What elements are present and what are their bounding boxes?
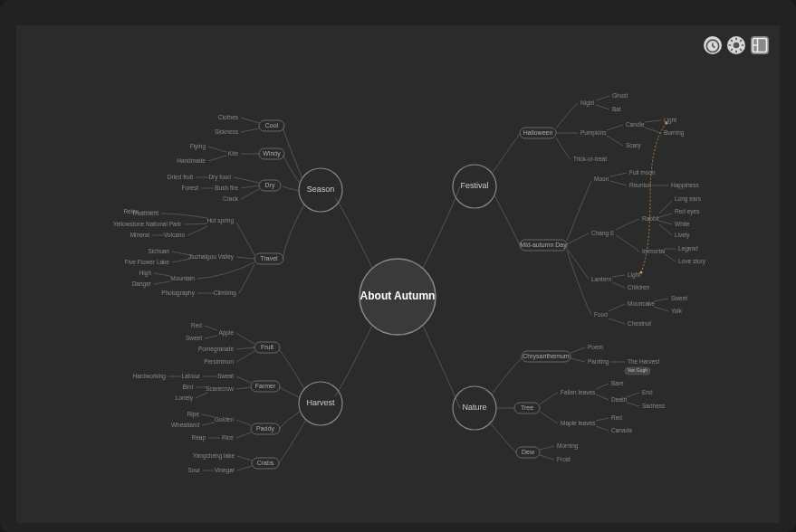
svg-text:Labour: Labour <box>182 373 201 379</box>
svg-text:Jiuzhaigou Valley: Jiuzhaigou Valley <box>188 253 235 261</box>
svg-text:Candle: Candle <box>626 121 645 128</box>
svg-text:Farmer: Farmer <box>255 383 276 389</box>
svg-text:Death: Death <box>611 396 628 403</box>
svg-text:Sickness: Sickness <box>215 128 239 135</box>
svg-text:Sadness: Sadness <box>642 403 666 409</box>
svg-text:Ripe: Ripe <box>187 411 200 418</box>
svg-text:Crack: Crack <box>223 195 239 202</box>
svg-text:Children: Children <box>628 284 650 290</box>
svg-text:High: High <box>139 270 152 277</box>
svg-text:Climbing: Climbing <box>214 290 237 297</box>
svg-text:Pumpkins: Pumpkins <box>580 129 607 137</box>
svg-text:Poem: Poem <box>588 344 603 350</box>
layout-icon[interactable] <box>751 36 769 54</box>
svg-text:Five Flower Lake: Five Flower Lake <box>125 259 170 265</box>
svg-text:Red: Red <box>191 322 202 328</box>
center-label: About Autumn <box>360 290 436 302</box>
svg-text:Wheatland: Wheatland <box>171 422 199 428</box>
svg-point-1 <box>734 43 740 49</box>
svg-text:Bird: Bird <box>182 384 193 390</box>
svg-text:Bush fire: Bush fire <box>215 185 238 191</box>
svg-text:Chang E: Chang E <box>591 230 615 237</box>
svg-text:Sichuan: Sichuan <box>149 248 170 254</box>
mindmap-canvas[interactable]: About Autumn Season Cool Clothes Sicknes… <box>16 25 780 523</box>
svg-text:Yellowstone National Park: Yellowstone National Park <box>113 221 182 227</box>
svg-text:Sweat: Sweat <box>217 373 234 379</box>
svg-text:Frost: Frost <box>557 456 571 462</box>
svg-text:Sour: Sour <box>187 467 201 473</box>
svg-text:Ghost: Ghost <box>612 92 628 99</box>
svg-text:Happiness: Happiness <box>671 182 699 189</box>
svg-text:Moon: Moon <box>594 176 609 182</box>
svg-text:Apple: Apple <box>218 329 234 337</box>
svg-text:Mineral: Mineral <box>130 232 150 238</box>
svg-text:Trick-or-treat: Trick-or-treat <box>573 156 607 162</box>
svg-text:Dried fruit: Dried fruit <box>168 174 193 180</box>
svg-text:Pomegranate: Pomegranate <box>198 346 234 353</box>
theme-icon[interactable] <box>727 36 745 54</box>
svg-text:Danger: Danger <box>132 280 152 288</box>
svg-text:Mid-autumn Day: Mid-autumn Day <box>520 242 567 249</box>
svg-text:Burning: Burning <box>664 129 685 137</box>
svg-text:Scarecrow: Scarecrow <box>206 385 234 392</box>
svg-text:Photography: Photography <box>161 290 196 297</box>
svg-text:End: End <box>642 389 653 395</box>
svg-text:Tree: Tree <box>521 404 533 411</box>
svg-text:Van Gogh: Van Gogh <box>628 367 647 373</box>
svg-text:Morning: Morning <box>557 442 579 450</box>
svg-text:Halloween: Halloween <box>523 129 553 136</box>
svg-text:Scary: Scary <box>626 142 641 149</box>
svg-text:Lively: Lively <box>675 232 690 239</box>
svg-text:Food: Food <box>594 311 608 318</box>
svg-text:Cool: Cool <box>265 122 279 128</box>
svg-text:Hardworking: Hardworking <box>133 373 167 380</box>
svg-text:Festival: Festival <box>460 181 488 190</box>
svg-text:Red: Red <box>611 414 622 421</box>
svg-text:Love story: Love story <box>678 258 706 265</box>
svg-text:Kite: Kite <box>228 150 239 157</box>
svg-text:Reap: Reap <box>191 434 206 442</box>
svg-text:Golden: Golden <box>215 416 234 423</box>
svg-text:Windy: Windy <box>263 150 281 157</box>
svg-text:Sweet: Sweet <box>186 335 202 341</box>
svg-text:Dry food: Dry food <box>208 174 231 181</box>
svg-text:Rice: Rice <box>222 434 234 441</box>
svg-text:Dry: Dry <box>265 182 275 189</box>
svg-text:Paddy: Paddy <box>256 425 274 432</box>
svg-text:Hot spring: Hot spring <box>206 217 234 224</box>
svg-text:Handmade: Handmade <box>177 157 206 164</box>
svg-text:Chrysanthemum: Chrysanthemum <box>523 353 570 360</box>
svg-text:Harvest: Harvest <box>306 398 335 407</box>
svg-text:Red eyes: Red eyes <box>675 208 700 215</box>
toolbar <box>704 36 769 54</box>
svg-text:Chestnut: Chestnut <box>628 320 651 327</box>
svg-text:Dew: Dew <box>522 449 535 455</box>
branch-season-label: Season <box>307 185 335 194</box>
svg-text:Fruit: Fruit <box>261 344 273 350</box>
svg-text:Clothes: Clothes <box>218 114 239 120</box>
svg-text:Fallen leaves: Fallen leaves <box>561 389 596 395</box>
svg-text:Travel: Travel <box>260 255 278 261</box>
svg-text:White: White <box>675 221 690 227</box>
svg-text:Nature: Nature <box>462 403 486 412</box>
svg-text:Mountain: Mountain <box>170 275 195 281</box>
svg-text:The Harvest: The Harvest <box>628 358 660 365</box>
app-frame: About Autumn Season Cool Clothes Sicknes… <box>0 0 796 532</box>
svg-text:Volcano: Volcano <box>164 232 186 238</box>
svg-text:Mooncake: Mooncake <box>628 300 655 307</box>
svg-text:Legend: Legend <box>678 245 698 252</box>
svg-text:Maple leaves: Maple leaves <box>561 420 596 427</box>
timer-icon[interactable] <box>704 36 722 54</box>
svg-text:Sweet: Sweet <box>671 295 687 301</box>
svg-text:Lantern: Lantern <box>591 276 611 282</box>
svg-text:Reunion: Reunion <box>629 182 652 188</box>
svg-text:Forest: Forest <box>182 185 199 191</box>
svg-point-65 <box>640 271 643 274</box>
svg-text:Flying: Flying <box>190 143 206 150</box>
svg-text:Crabs: Crabs <box>257 460 274 466</box>
svg-text:Persimmon: Persimmon <box>204 358 234 365</box>
svg-text:Long ears: Long ears <box>675 195 702 203</box>
svg-text:Yolk: Yolk <box>671 308 683 314</box>
svg-point-64 <box>666 122 668 125</box>
svg-text:Bare: Bare <box>611 380 624 386</box>
